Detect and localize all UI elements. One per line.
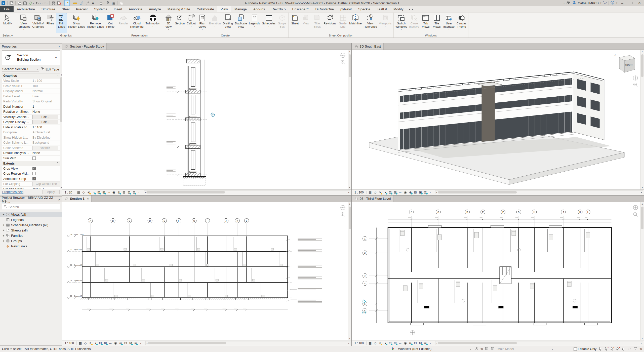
drawing-canvas[interactable]: ACDEFGHJKL123456	[352, 202, 640, 340]
crop-view-icon[interactable]: ⊡	[96, 190, 101, 195]
property-checkbox[interactable]	[32, 157, 36, 160]
temp-hide-icon[interactable]: ∞	[398, 341, 403, 345]
ribbon-tab-annotate[interactable]: Annotate	[126, 6, 146, 12]
panel-label[interactable]: Select ▾	[0, 33, 15, 37]
property-row-graphic-display-[interactable]: Graphic Display ...Edit...	[2, 120, 60, 125]
select-links-toggle-icon[interactable]	[598, 347, 602, 351]
analytical-icon[interactable]: ⊠	[418, 341, 423, 345]
section-mark-icon[interactable]	[65, 1, 69, 6]
properties-scrollbar[interactable]: ▲ ▼	[60, 73, 62, 189]
active-workset-select[interactable]: Workset1 (Not Editable)⌄	[397, 347, 473, 351]
navigation-bar[interactable]	[340, 52, 346, 65]
property-checkbox[interactable]	[32, 177, 36, 180]
store-cart-icon[interactable]	[603, 1, 607, 6]
remove-hidden-lines-button[interactable]: Remove Hidden Lines	[86, 13, 105, 33]
horizontal-scrollbar[interactable]: ◂▸	[144, 190, 350, 194]
detail-level-icon[interactable]: ▦	[368, 341, 373, 345]
visibility-graphics-button[interactable]: Visibility/ Graphics	[31, 13, 45, 33]
selection-dashed-icon[interactable]	[627, 347, 631, 351]
section-button[interactable]: Section	[174, 13, 186, 33]
property-checkbox[interactable]	[32, 167, 36, 170]
property-row-detail-number[interactable]: Detail Number1	[2, 104, 60, 109]
show-hidden-lines-button[interactable]: Show Hidden Lines	[67, 13, 86, 33]
view-cube[interactable]: ⌂ FRONT	[612, 53, 637, 76]
design-option-select[interactable]: Main Model⌄	[497, 347, 554, 351]
constraints-icon[interactable]: ≣	[423, 190, 428, 195]
crop-view-icon[interactable]: ⊡	[98, 341, 103, 345]
worksharing-icon[interactable]: ⊗	[116, 190, 121, 195]
properties-close-icon[interactable]: ×	[58, 45, 60, 48]
sun-path-icon[interactable]: ☀	[378, 190, 383, 195]
project-browser-close-icon[interactable]: ×	[58, 198, 60, 202]
property-row-crop-region-visi-[interactable]: Crop Region Visi...	[2, 171, 60, 177]
property-row-discipline[interactable]: DisciplineArchitectural	[2, 130, 60, 135]
view-tab[interactable]: Section 1 ×	[62, 195, 92, 202]
property-row-show-hidden-li-[interactable]: Show Hidden Li...By Discipline	[2, 135, 60, 140]
navigation-bar[interactable]	[632, 75, 638, 88]
detail-level-icon[interactable]: ▦	[368, 190, 373, 195]
browser-item-families[interactable]: +Families	[0, 233, 62, 238]
collapse-icon[interactable]: ‹	[138, 341, 143, 345]
browser-item-sheets-all-[interactable]: +Sheets (all)	[0, 228, 62, 233]
ribbon-tab-precast[interactable]: Precast	[73, 6, 91, 12]
tag-icon[interactable]	[85, 1, 90, 6]
viewports-button[interactable]: Viewports▾	[378, 13, 393, 33]
reveal-hidden-icon[interactable]: ◉	[403, 190, 408, 195]
aligned-dim-icon[interactable]	[79, 1, 84, 6]
navigation-bar[interactable]	[340, 205, 346, 218]
reveal-hidden-icon[interactable]: ◉	[403, 341, 408, 345]
view-reference-button[interactable]: 1View Reference	[363, 13, 378, 33]
sun-path-icon[interactable]: ☀	[86, 190, 91, 195]
user-menu-caret-icon[interactable]: ▾	[600, 2, 601, 4]
browser-item-revit-links[interactable]: Revit Links	[0, 244, 62, 249]
vertical-scrollbar[interactable]: ▲▼	[640, 202, 644, 340]
design-options-icon[interactable]	[485, 347, 489, 351]
type-selector[interactable]: Section Building Section ▾	[2, 50, 60, 65]
view-tab[interactable]: 3D South East	[352, 43, 384, 50]
property-button[interactable]: <none>	[32, 146, 58, 150]
open-icon[interactable]	[17, 1, 22, 6]
visual-style-icon[interactable]: ◇	[81, 190, 86, 195]
view-tab[interactable]: Section - Facade Study	[62, 43, 107, 50]
collapse-icon[interactable]: ‹	[428, 190, 433, 195]
temp-hide-icon[interactable]: ∞	[106, 190, 111, 195]
view-templates-button[interactable]: View Templates▾	[16, 13, 31, 33]
property-row-crop-view[interactable]: Crop View	[2, 166, 60, 171]
analytical-icon[interactable]: ⊠	[127, 190, 131, 195]
callout-button[interactable]: Callout▾	[186, 13, 197, 33]
drawing-canvas[interactable]	[352, 50, 640, 189]
ribbon-tab-modify[interactable]: Modify	[390, 6, 407, 12]
temp-view-icon[interactable]: ⊟	[123, 341, 128, 345]
worksharing-icon[interactable]: ⊗	[118, 341, 123, 345]
property-row-annotation-crop[interactable]: Annotation Crop	[2, 176, 60, 182]
detail-level-icon[interactable]: ▦	[78, 341, 83, 345]
paste-icon[interactable]	[119, 1, 124, 6]
scope-box-button[interactable]: Scope Box	[276, 13, 288, 33]
visual-style-icon[interactable]: ◇	[83, 341, 88, 345]
crop-region-icon[interactable]: ⊞	[393, 341, 398, 345]
ribbon-tab-add-ins[interactable]: Add-Ins	[250, 6, 268, 12]
drag-elements-toggle-icon[interactable]	[622, 347, 626, 351]
analytical-icon[interactable]: ⊠	[128, 341, 133, 345]
visual-style-icon[interactable]: ◇	[373, 190, 378, 195]
drafting-view-button[interactable]: Drafting View	[222, 13, 234, 33]
sheet-button[interactable]: Sheet	[289, 13, 300, 33]
canvas-theme-button[interactable]: Canvas Theme	[456, 13, 467, 33]
vertical-scrollbar[interactable]: ▲▼	[640, 50, 644, 189]
shadows-icon[interactable]: ◑	[93, 341, 98, 345]
ribbon-display-toggle-icon[interactable]: ▲ ▾	[408, 8, 413, 12]
analytical-icon[interactable]: ⊠	[418, 190, 423, 195]
edit-type-button[interactable]: Edit Type	[40, 66, 60, 72]
property-group-extents[interactable]: Extents^	[2, 161, 60, 166]
shadows-icon[interactable]: ◑	[91, 190, 96, 195]
select-underlay-toggle-icon[interactable]: ×	[604, 347, 608, 351]
vertical-scrollbar[interactable]: ▲▼	[348, 202, 351, 340]
ribbon-tab-file[interactable]: File	[0, 6, 14, 12]
property-row-scale-value-1-[interactable]: Scale Value 1:100	[2, 84, 60, 89]
ribbon-tab-insert[interactable]: Insert	[110, 6, 126, 12]
horizontal-scrollbar[interactable]: ◂▸	[435, 190, 643, 194]
ribbon-tab-architecture[interactable]: Architecture	[14, 6, 38, 12]
ribbon-tab-view[interactable]: View	[217, 6, 231, 12]
signed-in-user[interactable]: CathalTMPCB	[578, 1, 599, 5]
ribbon-tab-revizto-5[interactable]: Revizto 5	[268, 6, 289, 12]
